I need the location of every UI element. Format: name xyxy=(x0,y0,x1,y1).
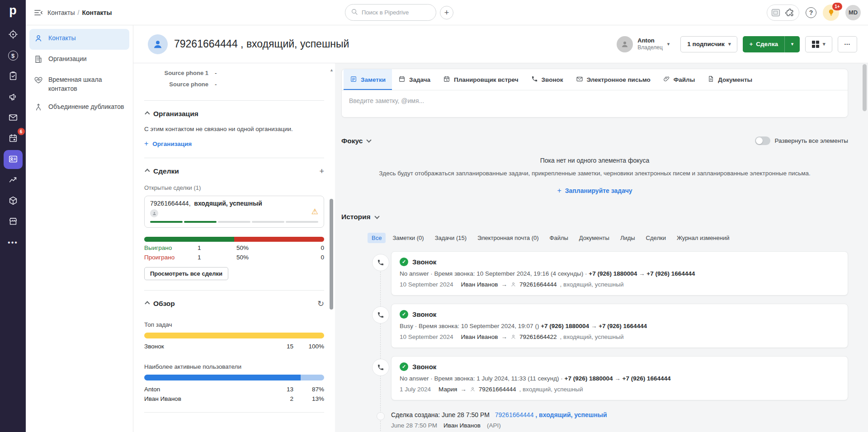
field-label: Source phone xyxy=(144,81,208,88)
field-value[interactable]: - xyxy=(215,81,217,88)
chip-leads[interactable]: Лиды xyxy=(616,233,639,243)
paperclip-icon xyxy=(663,75,670,84)
chip-all[interactable]: Все xyxy=(368,233,386,243)
search-input[interactable] xyxy=(362,9,425,16)
call-user: Мария xyxy=(439,386,457,393)
deal-card[interactable]: 79261664444, входящий, успешный ⚠ xyxy=(144,196,324,228)
plus-icon: + xyxy=(749,41,753,47)
tab-label: Электронное письмо xyxy=(587,76,651,83)
chip-deals[interactable]: Сделки xyxy=(642,233,670,243)
more-actions-button[interactable]: ··· xyxy=(838,36,858,52)
owner-avatar xyxy=(617,36,633,52)
topbar: Контакты/Контакты + ? 1+ MD xyxy=(26,0,868,25)
chip-documents[interactable]: Документы xyxy=(575,233,613,243)
details-panel: Source phone 1 - Source phone - xyxy=(133,63,335,432)
rail-item-mail[interactable] xyxy=(4,108,23,127)
global-search[interactable] xyxy=(345,4,436,21)
tab-documents[interactable]: Документы xyxy=(701,69,759,90)
contact-avatar[interactable] xyxy=(148,34,168,54)
heart-pulse-icon xyxy=(34,75,43,87)
deal-created-via: (API) xyxy=(487,422,501,429)
chip-email[interactable]: Электронная почта (0) xyxy=(473,233,543,243)
deal-split-caret[interactable]: ▾ xyxy=(784,36,800,52)
call-contact-link[interactable]: 79261664422 xyxy=(519,333,557,340)
add-deal-button[interactable]: +Сделка ▾ xyxy=(743,36,800,52)
won-extra: 0 xyxy=(321,244,324,251)
tab-meeting-scheduler[interactable]: Планировщик встреч xyxy=(437,69,525,90)
quick-add-button[interactable]: + xyxy=(440,6,453,19)
collapse-chevron-icon[interactable] xyxy=(145,169,150,174)
chip-tasks[interactable]: Задачи (15) xyxy=(431,233,471,243)
plus-icon: + xyxy=(144,140,148,148)
collapse-sidebar-icon[interactable] xyxy=(34,9,43,17)
puzzle-apps-icon[interactable] xyxy=(785,8,794,17)
help-icon[interactable]: ? xyxy=(806,7,816,18)
user-avatar[interactable]: MD xyxy=(845,5,861,20)
note-input[interactable] xyxy=(342,90,848,117)
tab-task[interactable]: Задача xyxy=(392,69,437,90)
panel-view-icon[interactable] xyxy=(772,9,780,16)
followers-button[interactable]: 1 подписчик ▾ xyxy=(680,36,737,52)
workarea: 79261664444 , входящий, успешный Anton В… xyxy=(133,25,868,432)
field-row: Source phone - xyxy=(144,81,324,88)
sidebar-item-merge-duplicates[interactable]: Объединение дубликатов xyxy=(29,98,129,118)
expand-all-toggle[interactable] xyxy=(755,136,770,145)
rail-item-calendar[interactable]: 6 xyxy=(4,129,23,148)
add-deal-icon[interactable]: + xyxy=(319,167,324,175)
rail-item-insights[interactable] xyxy=(4,171,23,190)
call-card[interactable]: ✓ Звонок No answer · Время звонка: 10 Se… xyxy=(391,251,848,296)
call-contact-link[interactable]: 79261664444 xyxy=(519,281,557,288)
scrollbar-thumb[interactable] xyxy=(863,64,867,111)
chip-files[interactable]: Файлы xyxy=(546,233,572,243)
rail-item-activities[interactable] xyxy=(4,67,23,86)
tab-files[interactable]: Файлы xyxy=(657,69,701,90)
sidebar-item-contacts-timeline[interactable]: Временная шкала контактов xyxy=(29,70,129,98)
call-contact-link[interactable]: 79261664444 xyxy=(479,386,516,393)
rail-item-marketplace[interactable] xyxy=(4,212,23,231)
activity-scrollbar[interactable] xyxy=(863,63,867,432)
rail-item-more[interactable]: ••• xyxy=(4,233,23,252)
call-card[interactable]: ✓ Звонок No answer · Время звонка: 1 Jul… xyxy=(391,356,848,400)
details-scrollbar[interactable]: ▲ xyxy=(329,63,335,432)
organization-empty-text: С этим контактом не связано ни одной орг… xyxy=(144,126,324,132)
call-card[interactable]: ✓ Звонок Busy · Время звонка: 10 Septemb… xyxy=(391,304,848,348)
top-tasks-label: Топ задач xyxy=(144,321,324,328)
owner-block[interactable]: Anton Владелец ▾ xyxy=(617,36,670,52)
breadcrumb-section[interactable]: Контакты xyxy=(47,9,75,16)
sidebar-item-organizations[interactable]: Организации xyxy=(29,50,129,70)
timeline-row: Сделка создана: June 28 7:50 PM 79261664… xyxy=(341,409,848,429)
focus-title[interactable]: Фокус xyxy=(341,137,371,145)
collapse-chevron-icon[interactable] xyxy=(145,111,150,116)
deal-created-link[interactable]: 79261664444 xyxy=(495,411,534,418)
user-row: Anton 13 87% xyxy=(144,386,324,393)
chip-changelog[interactable]: Журнал изменений xyxy=(673,233,734,243)
deal-created-link-suffix[interactable]: , входящий, успешный xyxy=(535,411,607,418)
scrollbar-thumb[interactable] xyxy=(330,199,333,310)
chip-notes[interactable]: Заметки (0) xyxy=(388,233,428,243)
history-title[interactable]: История xyxy=(341,213,848,221)
user-bar-segment xyxy=(144,375,301,380)
pipedrive-logo[interactable]: p xyxy=(9,3,17,18)
field-value[interactable]: - xyxy=(215,70,217,76)
scroll-up-arrow-icon[interactable]: ▲ xyxy=(330,68,334,72)
suggestions-bulb-icon[interactable]: 1+ xyxy=(823,5,839,21)
refresh-icon[interactable]: ↻ xyxy=(317,300,324,308)
contact-card-icon xyxy=(8,154,18,165)
rail-item-contacts[interactable] xyxy=(4,150,23,169)
call-subline: 10 September 2024 Иван Иванов → 79261664… xyxy=(400,281,840,288)
rail-item-products[interactable] xyxy=(4,192,23,211)
rail-item-deals[interactable]: $ xyxy=(4,46,23,65)
rail-item-campaigns[interactable] xyxy=(4,88,23,107)
tab-call[interactable]: Звонок xyxy=(525,69,570,90)
tab-email[interactable]: Электронное письмо xyxy=(570,69,657,90)
view-switcher-button[interactable]: ▾ xyxy=(805,36,832,52)
tab-notes[interactable]: Заметки xyxy=(344,69,392,90)
add-organization-link[interactable]: + Организация xyxy=(144,140,324,148)
view-all-deals-button[interactable]: Просмотреть все сделки xyxy=(144,267,228,280)
main-column: Контакты/Контакты + ? 1+ MD xyxy=(26,0,868,432)
sidebar-item-contacts[interactable]: Контакты xyxy=(29,29,129,50)
schedule-task-link[interactable]: + Запланируйте задачу xyxy=(341,187,848,195)
rail-item-leads[interactable] xyxy=(4,25,23,44)
warning-icon[interactable]: ⚠ xyxy=(311,207,318,216)
collapse-chevron-icon[interactable] xyxy=(145,301,150,306)
